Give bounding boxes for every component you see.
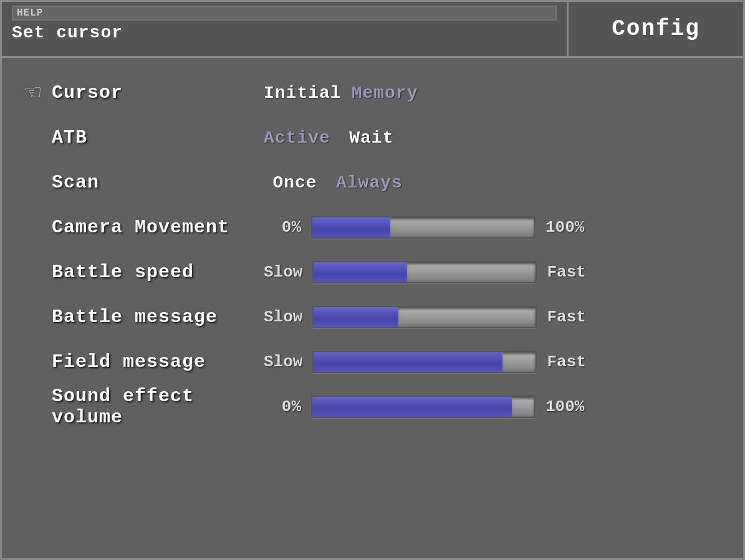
option1-cursor[interactable]: Initial (264, 83, 342, 103)
slider-left-label-battle-message: Slow (264, 308, 302, 326)
slider-left-label-sound-effect-volume: 0% (264, 397, 301, 416)
config-row-field-message: Field messageSlowFast (14, 339, 724, 384)
slider-left-label-battle-speed: Slow (264, 263, 302, 282)
slider-right-label-field-message: Fast (547, 353, 590, 371)
slider-left-label-camera-movement: 0% (264, 218, 301, 237)
config-section: Config (569, 2, 743, 56)
config-title: Config (612, 16, 700, 42)
controls-cursor: InitialMemory (264, 83, 724, 103)
slider-fill-sound-effect-volume (312, 397, 512, 417)
label-battle-speed: Battle speed (52, 262, 264, 283)
option2-atb[interactable]: Wait (340, 128, 403, 148)
label-scan: Scan (52, 172, 264, 193)
option2-cursor[interactable]: Memory (352, 83, 418, 103)
slider-track-camera-movement[interactable] (311, 216, 536, 239)
controls-atb: ActiveWait (264, 128, 724, 148)
controls-sound-effect-volume: 0%100% (264, 396, 724, 418)
controls-scan: OnceAlways (264, 173, 724, 192)
label-atb: ATB (52, 127, 264, 148)
slider-track-battle-message[interactable] (312, 306, 537, 328)
slider-track-battle-speed[interactable] (312, 261, 537, 283)
config-row-battle-speed: Battle speedSlowFast (14, 250, 724, 295)
controls-battle-message: SlowFast (264, 306, 724, 328)
help-text: Set cursor (12, 23, 557, 42)
slider-right-label-sound-effect-volume: 100% (546, 397, 589, 416)
slider-right-label-camera-movement: 100% (546, 218, 589, 237)
label-camera-movement: Camera Movement (52, 217, 264, 238)
config-row-sound-effect-volume: Sound effect volume0%100% (14, 384, 724, 429)
config-row-camera-movement: Camera Movement0%100% (14, 205, 724, 250)
controls-camera-movement: 0%100% (264, 216, 724, 239)
slider-right-label-battle-message: Fast (547, 308, 590, 326)
top-bar: HELP Set cursor Config (2, 2, 743, 58)
config-row-atb: ATBActiveWait (14, 115, 724, 160)
slider-fill-field-message (314, 352, 502, 372)
help-label: HELP (12, 6, 557, 21)
cursor-pointer-icon: ☞ (14, 77, 52, 109)
help-section: HELP Set cursor (2, 2, 569, 56)
app-frame: HELP Set cursor Config ☞CursorInitialMem… (0, 0, 745, 560)
slider-left-label-field-message: Slow (264, 353, 302, 371)
slider-right-label-battle-speed: Fast (547, 263, 590, 282)
config-row-scan: ScanOnceAlways (14, 160, 724, 205)
label-cursor: Cursor (52, 82, 264, 103)
option1-atb[interactable]: Active (264, 128, 330, 148)
slider-track-sound-effect-volume[interactable] (311, 396, 536, 418)
label-field-message: Field message (52, 351, 264, 373)
config-row-battle-message: Battle messageSlowFast (14, 295, 724, 339)
controls-field-message: SlowFast (264, 351, 724, 373)
label-sound-effect-volume: Sound effect volume (52, 386, 264, 428)
option2-scan[interactable]: Always (336, 173, 403, 192)
main-content: ☞CursorInitialMemoryATBActiveWaitScanOnc… (2, 58, 743, 558)
slider-track-field-message[interactable] (312, 351, 537, 373)
config-row-cursor: ☞CursorInitialMemory (14, 70, 724, 115)
option1-scan[interactable]: Once (264, 173, 326, 192)
slider-fill-battle-speed (314, 262, 407, 282)
label-battle-message: Battle message (52, 306, 264, 328)
slider-fill-battle-message (314, 307, 398, 327)
hand-icon: ☞ (25, 77, 41, 109)
controls-battle-speed: SlowFast (264, 261, 724, 283)
slider-fill-camera-movement (312, 217, 390, 237)
